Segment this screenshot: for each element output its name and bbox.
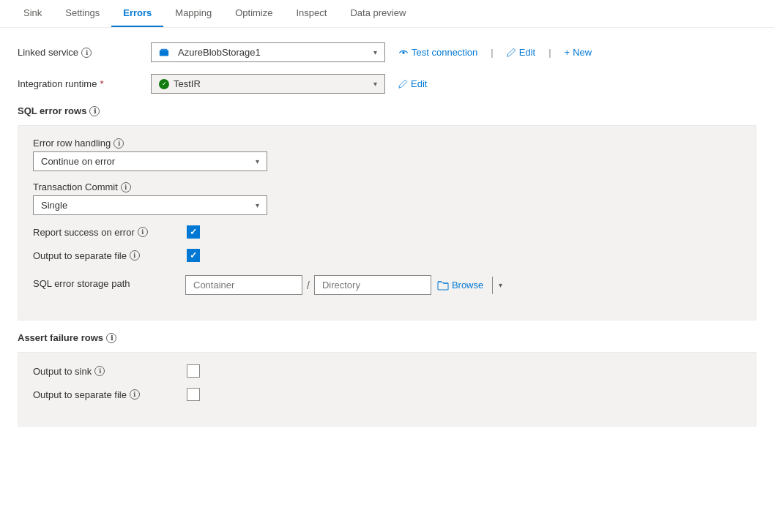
storage-icon: [159, 48, 169, 58]
new-linked-service-button[interactable]: + New: [560, 44, 597, 61]
output-to-sink-label: Output to sink ℹ: [33, 366, 179, 377]
error-row-handling-dropdown[interactable]: Continue on error ▾: [33, 151, 267, 171]
assert-output-separate-file-checkbox[interactable]: [187, 388, 200, 401]
transaction-commit-group: Transaction Commit ℹ Single ▾: [33, 181, 741, 215]
report-success-on-error-checkbox[interactable]: [187, 225, 200, 239]
assert-failure-rows-header: Assert failure rows ℹ: [18, 332, 756, 343]
sql-error-rows-info-icon: ℹ: [89, 106, 100, 116]
report-success-info-icon: ℹ: [138, 227, 148, 237]
output-to-sink-row: Output to sink ℹ: [33, 364, 741, 378]
tab-bar: Sink Settings Errors Mapping Optimize In…: [0, 0, 774, 28]
tab-mapping[interactable]: Mapping: [163, 0, 223, 27]
runtime-status-icon: [159, 79, 169, 89]
separator-2: |: [548, 47, 551, 58]
tab-inspect[interactable]: Inspect: [284, 0, 338, 27]
linked-service-label: Linked service ℹ: [18, 47, 142, 58]
runtime-chevron: ▾: [373, 80, 377, 88]
assert-output-separate-info-icon: ℹ: [130, 389, 140, 400]
tab-errors[interactable]: Errors: [111, 0, 163, 27]
svg-rect-0: [160, 50, 168, 56]
linked-service-dropdown[interactable]: AzureBlobStorage1 ▾: [151, 42, 385, 62]
sql-error-rows-header: SQL error rows ℹ: [18, 105, 756, 116]
output-to-sink-checkbox[interactable]: [187, 364, 200, 378]
integration-runtime-row: Integration runtime * TestIR ▾ Edit: [18, 74, 756, 94]
test-connection-button[interactable]: Test connection: [394, 44, 482, 61]
transaction-commit-label: Transaction Commit ℹ: [33, 181, 741, 192]
storage-path-controls: / Browse ▾: [185, 275, 505, 295]
error-row-handling-group: Error row handling ℹ Continue on error ▾: [33, 138, 741, 171]
output-to-sink-info-icon: ℹ: [94, 366, 105, 376]
tab-sink[interactable]: Sink: [12, 0, 53, 27]
directory-input[interactable]: [314, 275, 431, 295]
error-row-handling-label: Error row handling ℹ: [33, 138, 741, 149]
integration-runtime-dropdown[interactable]: TestIR ▾: [151, 74, 385, 94]
sql-error-storage-path-label: SQL error storage path: [33, 278, 179, 289]
edit-runtime-button[interactable]: Edit: [394, 75, 431, 92]
svg-point-2: [402, 51, 405, 54]
transaction-commit-info-icon: ℹ: [121, 182, 131, 192]
error-row-handling-info-icon: ℹ: [114, 138, 124, 149]
transaction-commit-dropdown[interactable]: Single ▾: [33, 195, 267, 215]
sql-output-separate-file-row: Output to separate file ℹ: [33, 249, 741, 262]
browse-chevron-icon[interactable]: ▾: [496, 277, 505, 293]
tab-data-preview[interactable]: Data preview: [338, 0, 417, 27]
linked-service-chevron: ▾: [373, 48, 377, 56]
linked-service-row: Linked service ℹ AzureBlobStorage1 ▾ Tes…: [18, 42, 756, 62]
edit-linked-service-button[interactable]: Edit: [502, 44, 540, 61]
tab-optimize[interactable]: Optimize: [223, 0, 284, 27]
report-success-on-error-label: Report success on error ℹ: [33, 227, 179, 238]
sql-output-separate-file-checkbox[interactable]: [187, 249, 200, 262]
sql-error-storage-path-row: SQL error storage path / Browse ▾: [33, 272, 741, 295]
report-success-on-error-row: Report success on error ℹ: [33, 225, 741, 239]
assert-failure-rows-info-icon: ℹ: [106, 333, 116, 343]
linked-service-info-icon: ℹ: [81, 48, 92, 58]
main-content: Linked service ℹ AzureBlobStorage1 ▾ Tes…: [0, 28, 774, 441]
browse-separator: [492, 277, 493, 294]
error-row-handling-chevron: ▾: [256, 157, 259, 165]
assert-output-separate-file-label: Output to separate file ℹ: [33, 389, 179, 400]
path-separator: /: [302, 280, 314, 291]
separator-1: |: [491, 47, 493, 58]
tab-settings[interactable]: Settings: [53, 0, 111, 27]
assert-output-separate-file-row: Output to separate file ℹ: [33, 388, 741, 401]
integration-runtime-label: Integration runtime *: [18, 78, 142, 89]
assert-failure-rows-section: Output to sink ℹ Output to separate file…: [18, 352, 756, 427]
sql-error-rows-section: Error row handling ℹ Continue on error ▾…: [18, 125, 756, 321]
browse-button[interactable]: Browse: [431, 276, 489, 295]
svg-rect-1: [161, 48, 168, 50]
transaction-commit-chevron: ▾: [256, 201, 259, 209]
container-input[interactable]: [185, 275, 302, 295]
sql-output-separate-file-label: Output to separate file ℹ: [33, 250, 179, 261]
sql-output-separate-info-icon: ℹ: [130, 250, 140, 261]
